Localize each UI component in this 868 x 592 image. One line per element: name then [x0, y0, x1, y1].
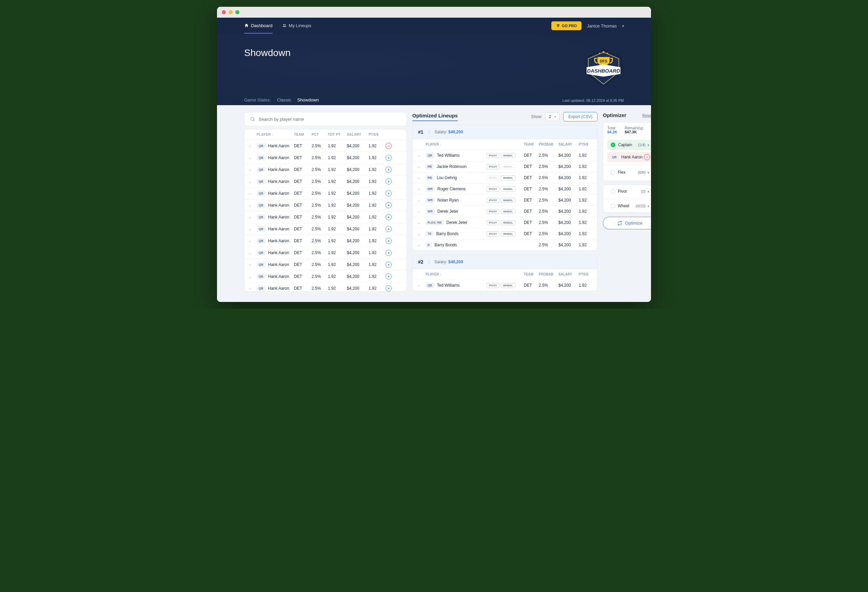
col-probab[interactable]: PROBAB — [539, 272, 558, 276]
wheel-tag[interactable]: WHEEL — [501, 175, 515, 181]
optimize-button[interactable]: Optimize — [603, 217, 651, 229]
lineup-row[interactable]: ⌄ TEBarry Bonds PIVOTWHEEL DET 2.5% $4,2… — [413, 228, 597, 239]
captain-group[interactable]: ✓ Captain (1/4)▾ — [607, 140, 651, 150]
wheel-tag[interactable]: WHEEL — [501, 220, 515, 225]
expand-icon[interactable]: ⌄ — [248, 239, 257, 243]
tab-showdown[interactable]: Showdown — [297, 98, 319, 102]
nav-lineups[interactable]: My Lineups — [282, 18, 311, 34]
wheel-tag[interactable]: WHEEL — [501, 283, 515, 288]
add-player-button[interactable]: + — [385, 226, 392, 232]
add-player-button[interactable]: + — [385, 178, 392, 185]
pivot-tag[interactable]: PIVOT — [487, 231, 499, 237]
expand-icon[interactable]: ⌄ — [248, 275, 257, 278]
remove-player-button[interactable]: − — [385, 143, 392, 149]
col-salary[interactable]: SALARY — [347, 133, 369, 136]
lineup-row[interactable]: ⌄ WRRoger Clemens PIVOTWHEEL DET 2.5% $4… — [413, 183, 597, 194]
pivot-group[interactable]: Pivot (0)▾ — [607, 186, 651, 197]
maximize-window-icon[interactable] — [235, 10, 239, 14]
pivot-tag[interactable]: PIVOT — [487, 283, 499, 288]
player-row[interactable]: ⌄ QBHank Aaron DET 2.5% 1.92 $4,200 1.92… — [245, 152, 406, 164]
wheel-tag[interactable]: WHEEL — [501, 153, 515, 158]
expand-icon[interactable]: ⌄ — [248, 263, 257, 266]
user-menu-chevron-icon[interactable]: ▾ — [622, 24, 624, 28]
lineup-row[interactable]: ⌄ RBLou Gehrig PIVOTWHEEL DET 2.5% $4,20… — [413, 172, 597, 183]
expand-icon[interactable]: ⌄ — [418, 284, 425, 287]
player-row[interactable]: ⌄ QBHank Aaron DET 2.5% 1.92 $4,200 1.92… — [245, 187, 406, 199]
wheel-tag[interactable]: WHEEL — [501, 186, 515, 192]
lineup-row[interactable]: ⌄ FLEX: RBDerek Jeter PIVOTWHEEL DET 2.5… — [413, 217, 597, 228]
wheel-tag[interactable]: WHEEL — [501, 209, 515, 214]
player-row[interactable]: ⌄ QBHank Aaron DET 2.5% 1.92 $4,200 1.92… — [245, 235, 406, 247]
expand-icon[interactable]: ⌄ — [418, 198, 425, 202]
col-pct[interactable]: PCT — [311, 133, 328, 136]
lineup-row[interactable]: ⌄ WRNolan Ryan PIVOTWHEEL DET 2.5% $4,20… — [413, 194, 597, 206]
expand-icon[interactable]: ⌄ — [418, 176, 425, 179]
expand-icon[interactable]: ⌄ — [248, 180, 257, 183]
expand-icon[interactable]: ⌄ — [418, 210, 425, 213]
player-row[interactable]: ⌄ QBHank Aaron DET 2.5% 1.92 $4,200 1.92… — [245, 247, 406, 259]
expand-icon[interactable]: ⌄ — [418, 221, 425, 224]
expand-icon[interactable]: ⌄ — [418, 165, 425, 168]
expand-icon[interactable]: ⌄ — [248, 192, 257, 195]
expand-icon[interactable]: ⌄ — [248, 251, 257, 255]
lineup-row[interactable]: ⌄ RBJackie Robinson PIVOTWHEEL DET 2.5% … — [413, 161, 597, 172]
export-csv-button[interactable]: Export (CSV) — [563, 112, 598, 121]
pivot-tag[interactable]: PIVOT — [487, 164, 499, 169]
wheel-group[interactable]: Wheel (0/10)▾ — [607, 201, 651, 211]
pivot-tag[interactable]: PIVOT — [487, 153, 499, 158]
player-row[interactable]: ⌄ QBHank Aaron DET 2.5% 1.92 $4,200 1.92… — [245, 199, 406, 211]
add-player-button[interactable]: + — [385, 285, 392, 292]
wheel-tag[interactable]: WHEEL — [501, 198, 515, 203]
expand-icon[interactable]: ⌄ — [248, 227, 257, 231]
col-totpt[interactable]: TOT PT — [328, 133, 347, 136]
tab-classic[interactable]: Classic — [277, 98, 291, 102]
pivot-tag[interactable]: PIVOT — [487, 175, 499, 181]
col-pts[interactable]: PTS/$ — [579, 272, 592, 276]
col-team[interactable]: TEAM — [524, 272, 539, 276]
col-pts[interactable]: PTS/$ — [369, 133, 385, 136]
expand-icon[interactable]: ⌄ — [248, 204, 257, 207]
add-player-button[interactable]: + — [385, 262, 392, 268]
col-player[interactable]: PLAYER ↓ — [425, 142, 487, 146]
expand-icon[interactable]: ⌄ — [418, 154, 425, 157]
col-team[interactable]: TEAM — [524, 142, 539, 146]
player-row[interactable]: ⌄ QBHank Aaron DET 2.5% 1.92 $4,200 1.92… — [245, 282, 406, 292]
lineup-row[interactable]: ⌄ DBarry Bonds 2.5% $4,200 1.92 — [413, 239, 597, 250]
add-player-button[interactable]: + — [385, 202, 392, 208]
add-player-button[interactable]: + — [385, 238, 392, 244]
col-player[interactable]: PLAYER ↓ — [425, 272, 487, 276]
player-row[interactable]: ⌄ QBHank Aaron DET 2.5% 1.92 $4,200 1.92… — [245, 259, 406, 270]
add-player-button[interactable]: + — [385, 155, 392, 161]
player-row[interactable]: ⌄ QBHank Aaron DET 2.5% 1.92 $4,200 1.92… — [245, 270, 406, 282]
minimize-window-icon[interactable] — [229, 10, 233, 14]
lineup-row[interactable]: ⌄ QBTed Williams PIVOTWHEEL DET 2.5% $4,… — [413, 280, 597, 291]
player-row[interactable]: ⌄ QBHank Aaron DET 2.5% 1.92 $4,200 1.92… — [245, 223, 406, 235]
show-dropdown[interactable]: 2 ▾ — [545, 112, 560, 121]
nav-dashboard[interactable]: Dashboard — [244, 18, 273, 34]
player-row[interactable]: ⌄ QBHank Aaron DET 2.5% 1.92 $4,200 1.92… — [245, 175, 406, 187]
col-salary[interactable]: SALARY — [558, 142, 579, 146]
pivot-tag[interactable]: PIVOT — [487, 209, 499, 214]
add-player-button[interactable]: + — [385, 190, 392, 197]
pivot-tag[interactable]: PIVOT — [487, 186, 499, 192]
col-pts[interactable]: PTS/$ — [579, 142, 592, 146]
go-pro-button[interactable]: GO PRO — [551, 21, 582, 30]
col-player[interactable]: PLAYER ↓ — [257, 133, 294, 136]
flex-group[interactable]: Flex (0/8)▾ — [607, 167, 651, 178]
expand-icon[interactable]: ⌄ — [248, 287, 257, 290]
lineup-row[interactable]: ⌄ WRDerek Jeter PIVOTWHEEL DET 2.5% $4,2… — [413, 206, 597, 217]
add-player-button[interactable]: + — [385, 274, 392, 280]
pivot-tag[interactable]: PIVOT — [487, 220, 499, 225]
search-input[interactable] — [259, 117, 401, 122]
user-name[interactable]: Janice Thomas — [587, 24, 617, 28]
expand-icon[interactable]: ⌄ — [418, 243, 425, 247]
expand-icon[interactable]: ⌄ — [248, 168, 257, 171]
expand-icon[interactable]: ⌄ — [418, 232, 425, 235]
lineup-row[interactable]: ⌄ QBTed Williams PIVOTWHEEL DET 2.5% $4,… — [413, 149, 597, 161]
add-player-button[interactable]: + — [385, 167, 392, 173]
player-row[interactable]: ⌄ QBHank Aaron DET 2.5% 1.92 $4,200 1.92… — [245, 164, 406, 175]
col-probab[interactable]: PROBAB — [539, 142, 558, 146]
expand-icon[interactable]: ⌄ — [248, 156, 257, 160]
add-player-button[interactable]: + — [385, 214, 392, 220]
col-team[interactable]: TEAM — [294, 133, 311, 136]
